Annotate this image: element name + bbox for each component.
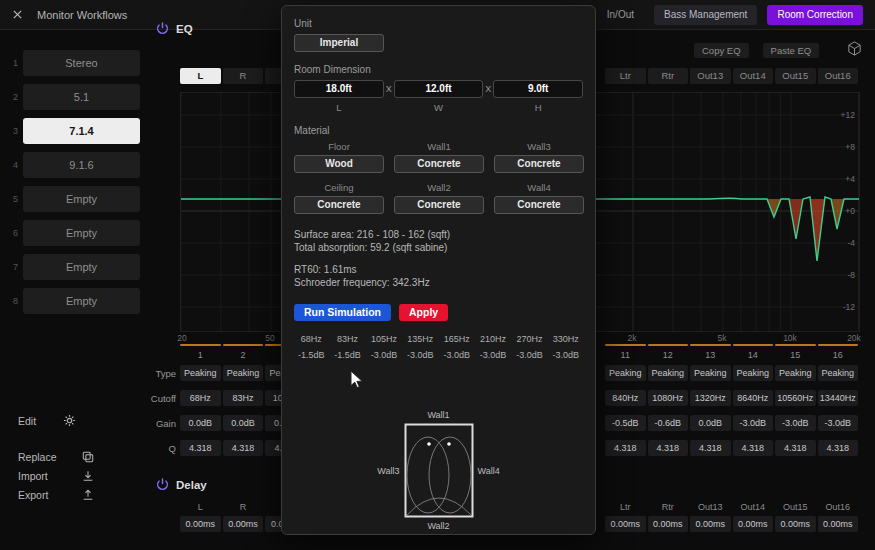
preset-row: 4 9.1.6 <box>0 152 150 178</box>
power-icon[interactable] <box>156 478 169 491</box>
length-axis-label: L <box>294 102 384 113</box>
delay-value-field[interactable]: 0.00ms <box>223 516 264 532</box>
eq-band-column: 16 Peaking 13440Hz -3.0dB 4.318 <box>818 344 859 456</box>
power-icon[interactable] <box>156 22 169 35</box>
material-select-button[interactable]: Concrete <box>394 196 484 214</box>
freq-tick: 5k <box>718 333 727 343</box>
channel-tab[interactable]: Out13 <box>690 68 731 84</box>
in-out-button[interactable]: In/Out <box>597 5 644 25</box>
band-q-field[interactable]: 4.318 <box>733 440 774 456</box>
close-icon[interactable] <box>12 9 23 20</box>
delay-table-right: Ltr 0.00ms Rtr 0.00ms Out13 0.00ms Out14… <box>605 502 858 532</box>
delay-value-field[interactable]: 0.00ms <box>180 516 221 532</box>
band-type-field[interactable]: Peaking <box>180 365 221 381</box>
edit-button[interactable]: Edit <box>18 414 76 427</box>
delay-value-field[interactable]: 0.00ms <box>605 516 646 532</box>
replace-icon <box>82 451 94 463</box>
delay-value-field[interactable]: 0.00ms <box>690 516 731 532</box>
channel-tab[interactable]: Out15 <box>775 68 816 84</box>
row-label-type: Type <box>146 368 176 379</box>
material-select-button[interactable]: Concrete <box>394 155 484 173</box>
copy-eq-button[interactable]: Copy EQ <box>694 43 749 58</box>
delay-value-field[interactable]: 0.00ms <box>648 516 689 532</box>
tab-r[interactable]: R <box>223 68 264 84</box>
band-cutoff-field[interactable]: 10560Hz <box>775 390 816 406</box>
preset-button-5-1[interactable]: 5.1 <box>23 84 140 110</box>
band-gain-field[interactable]: 0.0dB <box>223 415 264 431</box>
room-correction-dialog: Unit Imperial Room Dimension 18.0ft L X … <box>281 5 596 535</box>
apply-button[interactable]: Apply <box>399 304 448 321</box>
band-type-field[interactable]: Peaking <box>648 365 689 381</box>
band-number: 1 <box>180 350 221 360</box>
dimension-separator: X <box>384 80 394 98</box>
delay-value-field[interactable]: 0.00ms <box>733 516 774 532</box>
band-q-field[interactable]: 4.318 <box>223 440 264 456</box>
room-correction-button[interactable]: Room Correction <box>767 5 863 25</box>
preset-button-empty[interactable]: Empty <box>23 288 140 314</box>
channel-tab[interactable]: Ltr <box>605 68 646 84</box>
band-type-field[interactable]: Peaking <box>733 365 774 381</box>
preset-button-empty[interactable]: Empty <box>23 254 140 280</box>
band-type-field[interactable]: Peaking <box>223 365 264 381</box>
band-gain-field[interactable]: 0.0dB <box>180 415 221 431</box>
band-cutoff-field[interactable]: 1080Hz <box>648 390 689 406</box>
band-cutoff-field[interactable]: 83Hz <box>223 390 264 406</box>
correction-entry: 270Hz -3.0dB <box>512 334 546 360</box>
delay-value-field[interactable]: 0.00ms <box>775 516 816 532</box>
wall1-label: Wall1 <box>427 410 449 420</box>
material-select-button[interactable]: Concrete <box>294 196 384 214</box>
delay-column: Out13 0.00ms <box>690 502 731 532</box>
band-gain-field[interactable]: -3.0dB <box>818 415 859 431</box>
replace-button[interactable]: Replace <box>18 451 94 463</box>
band-cutoff-field[interactable]: 1320Hz <box>690 390 731 406</box>
delay-channel-label: Out15 <box>775 502 816 512</box>
preset-button-7-1-4-selected[interactable]: 7.1.4 <box>23 118 140 144</box>
run-simulation-button[interactable]: Run Simulation <box>294 304 391 321</box>
material-select-button[interactable]: Wood <box>294 155 384 173</box>
paste-eq-button[interactable]: Paste EQ <box>763 43 820 58</box>
width-field[interactable]: 12.0ft <box>394 80 484 98</box>
tab-l-selected[interactable]: L <box>180 68 221 84</box>
cube-icon[interactable] <box>846 40 863 61</box>
import-button[interactable]: Import <box>18 470 94 482</box>
bass-management-button[interactable]: Bass Management <box>654 5 757 25</box>
band-q-field[interactable]: 4.318 <box>775 440 816 456</box>
band-gain-field[interactable]: -3.0dB <box>733 415 774 431</box>
channel-tab[interactable]: Rtr <box>648 68 689 84</box>
preset-number: 6 <box>8 228 18 238</box>
band-gain-field[interactable]: -0.6dB <box>648 415 689 431</box>
band-q-field[interactable]: 4.318 <box>818 440 859 456</box>
material-select-button[interactable]: Concrete <box>494 196 584 214</box>
band-cutoff-field[interactable]: 68Hz <box>180 390 221 406</box>
channel-tab[interactable]: Out16 <box>818 68 859 84</box>
band-gain-field[interactable]: -0.5dB <box>605 415 646 431</box>
unit-select-button[interactable]: Imperial <box>294 34 384 52</box>
length-field[interactable]: 18.0ft <box>294 80 384 98</box>
channel-tab[interactable]: Out14 <box>733 68 774 84</box>
band-type-field[interactable]: Peaking <box>690 365 731 381</box>
band-cutoff-field[interactable]: 13440Hz <box>818 390 859 406</box>
band-q-field[interactable]: 4.318 <box>605 440 646 456</box>
band-q-field[interactable]: 4.318 <box>648 440 689 456</box>
delay-value-field[interactable]: 0.00ms <box>818 516 859 532</box>
band-cutoff-field[interactable]: 840Hz <box>605 390 646 406</box>
band-q-field[interactable]: 4.318 <box>180 440 221 456</box>
band-cutoff-field[interactable]: 8640Hz <box>733 390 774 406</box>
preset-button-9-1-6[interactable]: 9.1.6 <box>23 152 140 178</box>
band-q-field[interactable]: 4.318 <box>690 440 731 456</box>
preset-button-empty[interactable]: Empty <box>23 186 140 212</box>
band-type-field[interactable]: Peaking <box>818 365 859 381</box>
band-type-field[interactable]: Peaking <box>775 365 816 381</box>
band-gain-field[interactable]: -3.0dB <box>775 415 816 431</box>
preset-button-stereo[interactable]: Stereo <box>23 50 140 76</box>
band-gain-field[interactable]: 0.0dB <box>690 415 731 431</box>
height-field[interactable]: 9.0ft <box>493 80 583 98</box>
export-button[interactable]: Export <box>18 489 94 501</box>
preset-button-empty[interactable]: Empty <box>23 220 140 246</box>
correction-gain: -1.5dB <box>330 350 364 360</box>
freq-tick: 20 <box>177 333 186 343</box>
band-type-field[interactable]: Peaking <box>605 365 646 381</box>
band-color-strip <box>733 344 774 346</box>
eq-band-column: 15 Peaking 10560Hz -3.0dB 4.318 <box>775 344 816 456</box>
material-select-button[interactable]: Concrete <box>494 155 584 173</box>
